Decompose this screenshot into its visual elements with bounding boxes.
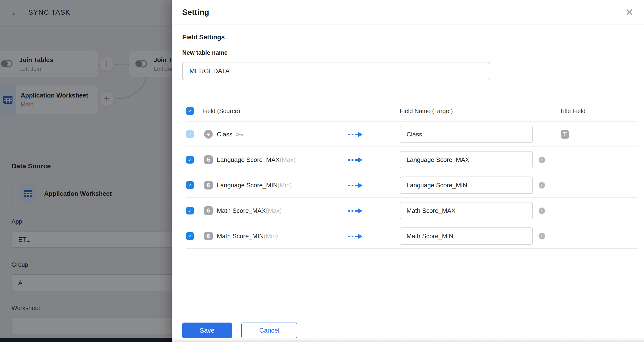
source-field-name: Language Score_MAX(Max) (217, 147, 296, 172)
new-table-name-label: New table name (182, 49, 228, 56)
map-arrow-icon (348, 182, 364, 190)
panel-title: Setting (182, 8, 209, 17)
source-field-name: Math Score_MIN(Min) (217, 223, 278, 249)
setting-panel: Setting ✕ Field Settings New table name … (172, 0, 644, 342)
number-field-icon: 6 (204, 156, 213, 164)
info-icon[interactable]: i (538, 182, 545, 188)
info-icon[interactable]: i (538, 233, 545, 240)
number-field-icon: 6 (204, 232, 213, 240)
source-field-name: Math Score_MAX(Max) (217, 198, 282, 223)
target-field-input[interactable] (400, 228, 533, 245)
cancel-button[interactable]: Cancel (241, 322, 297, 338)
save-button[interactable]: Save (182, 322, 232, 338)
column-header-source: Field (Source) (202, 108, 240, 114)
map-arrow-icon (348, 157, 364, 164)
source-field-name: Class (217, 122, 244, 147)
column-header-title-field: Title Field (560, 108, 586, 114)
row-checkbox-disabled: ✓ (186, 130, 194, 138)
row-checkbox[interactable]: ✓ (186, 207, 194, 214)
check-icon: ✓ (188, 108, 192, 114)
row-checkbox[interactable]: ✓ (186, 232, 194, 240)
map-arrow-icon (348, 131, 364, 138)
target-field-input[interactable] (400, 126, 533, 143)
field-row-math-score-max: ✓ 6 Math Score_MAX(Max) i (172, 198, 644, 223)
number-field-icon: 6 (204, 181, 213, 190)
map-arrow-icon (348, 208, 364, 215)
panel-bottom-fade (172, 338, 644, 342)
new-table-name-input[interactable] (182, 62, 490, 80)
check-icon: ✓ (188, 132, 192, 137)
caret-down-icon (206, 134, 210, 136)
row-divider (186, 248, 638, 249)
collapse-caret-icon[interactable] (204, 130, 213, 138)
info-icon[interactable]: i (538, 156, 545, 163)
panel-header: Setting ✕ (172, 0, 644, 25)
source-field-name: Language Score_MIN(Min) (217, 172, 292, 198)
number-field-icon: 6 (204, 206, 213, 215)
field-row-language-score-max: ✓ 6 Language Score_MAX(Max) i (172, 147, 644, 172)
row-checkbox[interactable]: ✓ (186, 181, 194, 189)
info-icon[interactable]: i (538, 208, 545, 214)
target-field-input[interactable] (400, 202, 533, 219)
select-all-checkbox[interactable]: ✓ (186, 107, 194, 115)
field-row-language-score-min: ✓ 6 Language Score_MIN(Min) i (172, 172, 644, 198)
field-settings-heading: Field Settings (182, 34, 225, 41)
column-header-target: Field Name (Target) (400, 108, 453, 114)
target-field-input[interactable] (400, 151, 533, 168)
key-icon (235, 131, 244, 137)
check-icon: ✓ (188, 208, 192, 213)
field-row-math-score-min: ✓ 6 Math Score_MIN(Min) i (172, 223, 644, 249)
check-icon: ✓ (188, 234, 192, 239)
close-icon[interactable]: ✕ (625, 8, 634, 17)
map-arrow-icon (348, 233, 364, 240)
check-icon: ✓ (188, 183, 192, 188)
check-icon: ✓ (188, 157, 192, 162)
row-checkbox[interactable]: ✓ (186, 156, 194, 164)
field-row-class: ✓ Class T (172, 122, 644, 147)
app-root: ← SYNC TASK Join Tables Left Join (0, 0, 644, 342)
target-field-input[interactable] (400, 176, 533, 194)
title-field-badge[interactable]: T (561, 130, 569, 138)
